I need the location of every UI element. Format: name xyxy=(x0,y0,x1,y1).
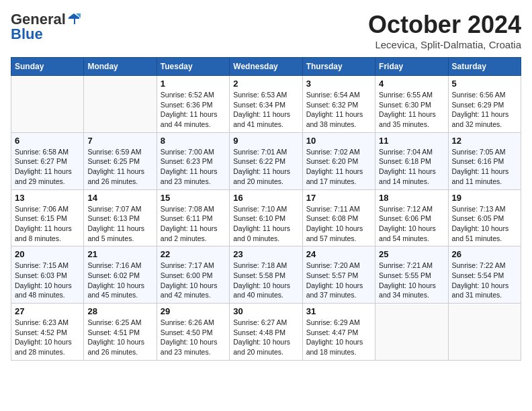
calendar-cell: 22Sunrise: 7:17 AM Sunset: 6:00 PM Dayli… xyxy=(157,246,229,304)
day-number: 27 xyxy=(15,306,80,316)
calendar-cell: 15Sunrise: 7:08 AM Sunset: 6:11 PM Dayli… xyxy=(157,189,229,246)
cell-info: Sunrise: 6:27 AM Sunset: 4:48 PM Dayligh… xyxy=(233,318,298,357)
day-number: 23 xyxy=(233,249,298,259)
day-number: 21 xyxy=(87,249,152,259)
day-number: 17 xyxy=(306,193,371,203)
header-saturday: Saturday xyxy=(448,58,521,76)
calendar-cell: 23Sunrise: 7:18 AM Sunset: 5:58 PM Dayli… xyxy=(230,246,302,304)
calendar-week-4: 20Sunrise: 7:15 AM Sunset: 6:03 PM Dayli… xyxy=(11,246,521,304)
calendar-cell: 6Sunrise: 6:58 AM Sunset: 6:27 PM Daylig… xyxy=(11,132,84,189)
cell-info: Sunrise: 7:01 AM Sunset: 6:22 PM Dayligh… xyxy=(233,147,298,187)
header-monday: Monday xyxy=(84,58,157,76)
day-number: 1 xyxy=(161,79,226,89)
calendar-cell: 20Sunrise: 7:15 AM Sunset: 6:03 PM Dayli… xyxy=(11,246,84,304)
day-number: 19 xyxy=(452,193,517,203)
day-number: 3 xyxy=(306,79,371,89)
cell-info: Sunrise: 7:10 AM Sunset: 6:10 PM Dayligh… xyxy=(233,204,298,244)
day-number: 4 xyxy=(379,79,444,89)
calendar-cell: 17Sunrise: 7:11 AM Sunset: 6:08 PM Dayli… xyxy=(302,189,375,246)
day-number: 13 xyxy=(15,193,80,203)
cell-info: Sunrise: 7:18 AM Sunset: 5:58 PM Dayligh… xyxy=(233,261,298,300)
calendar-cell: 8Sunrise: 7:00 AM Sunset: 6:23 PM Daylig… xyxy=(157,132,229,189)
calendar-cell: 18Sunrise: 7:12 AM Sunset: 6:06 PM Dayli… xyxy=(375,189,448,246)
day-number: 6 xyxy=(15,136,80,146)
cell-info: Sunrise: 7:04 AM Sunset: 6:18 PM Dayligh… xyxy=(379,147,444,187)
cell-info: Sunrise: 6:25 AM Sunset: 4:51 PM Dayligh… xyxy=(87,318,152,357)
calendar-cell: 31Sunrise: 6:29 AM Sunset: 4:47 PM Dayli… xyxy=(302,304,375,361)
cell-info: Sunrise: 7:20 AM Sunset: 5:57 PM Dayligh… xyxy=(306,261,371,300)
day-number: 9 xyxy=(233,136,298,146)
calendar-cell xyxy=(84,76,157,133)
calendar-cell xyxy=(375,304,448,361)
calendar-cell: 13Sunrise: 7:06 AM Sunset: 6:15 PM Dayli… xyxy=(11,189,84,246)
cell-info: Sunrise: 6:55 AM Sunset: 6:30 PM Dayligh… xyxy=(379,90,444,130)
calendar-cell: 14Sunrise: 7:07 AM Sunset: 6:13 PM Dayli… xyxy=(84,189,157,246)
cell-info: Sunrise: 7:13 AM Sunset: 6:05 PM Dayligh… xyxy=(452,204,517,244)
day-number: 7 xyxy=(87,136,152,146)
header-thursday: Thursday xyxy=(302,58,375,76)
calendar-week-3: 13Sunrise: 7:06 AM Sunset: 6:15 PM Dayli… xyxy=(11,189,521,246)
cell-info: Sunrise: 7:08 AM Sunset: 6:11 PM Dayligh… xyxy=(161,204,226,244)
calendar-week-2: 6Sunrise: 6:58 AM Sunset: 6:27 PM Daylig… xyxy=(11,132,521,189)
calendar-cell: 21Sunrise: 7:16 AM Sunset: 6:02 PM Dayli… xyxy=(84,246,157,304)
calendar-cell: 3Sunrise: 6:54 AM Sunset: 6:32 PM Daylig… xyxy=(302,76,375,133)
day-number: 5 xyxy=(452,79,517,89)
calendar-cell: 10Sunrise: 7:02 AM Sunset: 6:20 PM Dayli… xyxy=(302,132,375,189)
cell-info: Sunrise: 6:29 AM Sunset: 4:47 PM Dayligh… xyxy=(306,318,371,357)
logo-icon xyxy=(67,12,81,26)
logo: General Blue xyxy=(11,11,81,43)
header-wednesday: Wednesday xyxy=(230,58,302,76)
calendar-cell: 1Sunrise: 6:52 AM Sunset: 6:36 PM Daylig… xyxy=(157,76,229,133)
day-number: 29 xyxy=(161,306,226,316)
cell-info: Sunrise: 7:11 AM Sunset: 6:08 PM Dayligh… xyxy=(306,204,371,244)
cell-info: Sunrise: 7:02 AM Sunset: 6:20 PM Dayligh… xyxy=(306,147,371,187)
day-number: 11 xyxy=(379,136,444,146)
cell-info: Sunrise: 7:07 AM Sunset: 6:13 PM Dayligh… xyxy=(87,204,152,244)
calendar-cell: 11Sunrise: 7:04 AM Sunset: 6:18 PM Dayli… xyxy=(375,132,448,189)
cell-info: Sunrise: 7:12 AM Sunset: 6:06 PM Dayligh… xyxy=(379,204,444,244)
day-number: 18 xyxy=(379,193,444,203)
calendar-cell: 26Sunrise: 7:22 AM Sunset: 5:54 PM Dayli… xyxy=(448,246,521,304)
cell-info: Sunrise: 7:05 AM Sunset: 6:16 PM Dayligh… xyxy=(452,147,517,187)
cell-info: Sunrise: 7:16 AM Sunset: 6:02 PM Dayligh… xyxy=(87,261,152,300)
day-number: 15 xyxy=(161,193,226,203)
cell-info: Sunrise: 6:52 AM Sunset: 6:36 PM Dayligh… xyxy=(161,90,226,130)
day-number: 8 xyxy=(161,136,226,146)
calendar-cell: 29Sunrise: 6:26 AM Sunset: 4:50 PM Dayli… xyxy=(157,304,229,361)
day-number: 16 xyxy=(233,193,298,203)
calendar-cell: 19Sunrise: 7:13 AM Sunset: 6:05 PM Dayli… xyxy=(448,189,521,246)
calendar-cell xyxy=(11,76,84,133)
calendar-cell: 16Sunrise: 7:10 AM Sunset: 6:10 PM Dayli… xyxy=(230,189,302,246)
cell-info: Sunrise: 6:53 AM Sunset: 6:34 PM Dayligh… xyxy=(233,90,298,130)
calendar-cell xyxy=(448,304,521,361)
calendar-cell: 2Sunrise: 6:53 AM Sunset: 6:34 PM Daylig… xyxy=(230,76,302,133)
calendar-cell: 30Sunrise: 6:27 AM Sunset: 4:48 PM Dayli… xyxy=(230,304,302,361)
cell-info: Sunrise: 7:15 AM Sunset: 6:03 PM Dayligh… xyxy=(15,261,80,300)
day-number: 25 xyxy=(379,249,444,259)
cell-info: Sunrise: 6:56 AM Sunset: 6:29 PM Dayligh… xyxy=(452,90,517,130)
header-tuesday: Tuesday xyxy=(157,58,229,76)
day-number: 10 xyxy=(306,136,371,146)
calendar-header-row: SundayMondayTuesdayWednesdayThursdayFrid… xyxy=(11,58,521,76)
calendar-cell: 28Sunrise: 6:25 AM Sunset: 4:51 PM Dayli… xyxy=(84,304,157,361)
calendar-cell: 24Sunrise: 7:20 AM Sunset: 5:57 PM Dayli… xyxy=(302,246,375,304)
month-title: October 2024 xyxy=(368,11,521,39)
calendar-cell: 25Sunrise: 7:21 AM Sunset: 5:55 PM Dayli… xyxy=(375,246,448,304)
cell-info: Sunrise: 6:26 AM Sunset: 4:50 PM Dayligh… xyxy=(161,318,226,357)
logo-blue: Blue xyxy=(11,26,43,43)
cell-info: Sunrise: 7:06 AM Sunset: 6:15 PM Dayligh… xyxy=(15,204,80,244)
location-subtitle: Lecevica, Split-Dalmatia, Croatia xyxy=(368,39,521,50)
cell-info: Sunrise: 7:00 AM Sunset: 6:23 PM Dayligh… xyxy=(161,147,226,187)
day-number: 14 xyxy=(87,193,152,203)
header-sunday: Sunday xyxy=(11,58,84,76)
day-number: 31 xyxy=(306,306,371,316)
day-number: 12 xyxy=(452,136,517,146)
calendar-cell: 7Sunrise: 6:59 AM Sunset: 6:25 PM Daylig… xyxy=(84,132,157,189)
calendar-week-1: 1Sunrise: 6:52 AM Sunset: 6:36 PM Daylig… xyxy=(11,76,521,133)
calendar-cell: 12Sunrise: 7:05 AM Sunset: 6:16 PM Dayli… xyxy=(448,132,521,189)
page-header: General Blue October 2024 Lecevica, Spli… xyxy=(11,11,521,50)
header-friday: Friday xyxy=(375,58,448,76)
cell-info: Sunrise: 6:59 AM Sunset: 6:25 PM Dayligh… xyxy=(87,147,152,187)
cell-info: Sunrise: 7:17 AM Sunset: 6:00 PM Dayligh… xyxy=(161,261,226,300)
calendar-table: SundayMondayTuesdayWednesdayThursdayFrid… xyxy=(11,57,521,361)
